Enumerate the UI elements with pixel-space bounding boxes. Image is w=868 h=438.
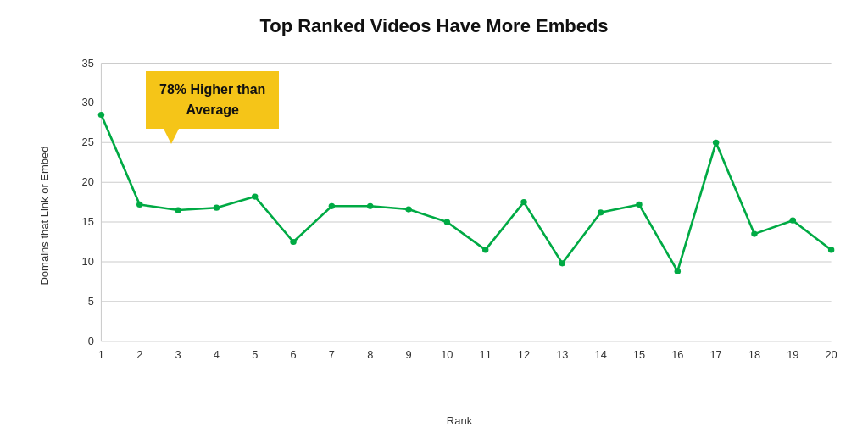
svg-text:3: 3 — [175, 349, 181, 361]
svg-text:19: 19 — [787, 349, 798, 361]
svg-point-47 — [444, 219, 450, 225]
svg-point-56 — [790, 218, 796, 224]
svg-text:12: 12 — [518, 349, 530, 361]
svg-point-51 — [598, 209, 604, 215]
svg-point-57 — [828, 247, 834, 252]
chart-title: Top Ranked Videos Have More Embeds — [259, 15, 608, 37]
svg-text:7: 7 — [329, 349, 335, 361]
svg-text:30: 30 — [82, 97, 94, 109]
svg-text:6: 6 — [290, 349, 296, 361]
svg-point-50 — [559, 260, 565, 266]
svg-point-44 — [329, 203, 335, 209]
svg-point-54 — [713, 140, 719, 146]
svg-text:10: 10 — [441, 349, 453, 361]
tooltip-box: 78% Higher thanAverage — [146, 71, 279, 129]
svg-point-38 — [98, 112, 104, 118]
svg-text:9: 9 — [405, 349, 411, 361]
svg-point-52 — [636, 202, 642, 208]
svg-text:14: 14 — [595, 349, 607, 361]
svg-text:16: 16 — [671, 349, 683, 361]
svg-point-53 — [675, 269, 681, 274]
svg-text:13: 13 — [556, 349, 568, 361]
svg-text:8: 8 — [367, 349, 373, 361]
svg-point-40 — [175, 207, 181, 213]
svg-point-49 — [520, 199, 526, 205]
svg-text:20: 20 — [82, 177, 94, 189]
chart-container: Top Ranked Videos Have More Embeds Domai… — [0, 0, 868, 438]
svg-point-41 — [214, 205, 220, 211]
tooltip-text: 78% Higher thanAverage — [159, 82, 265, 117]
svg-text:20: 20 — [825, 349, 837, 361]
svg-point-43 — [290, 239, 296, 245]
svg-point-48 — [482, 247, 488, 252]
svg-text:2: 2 — [136, 349, 142, 361]
svg-point-42 — [252, 193, 258, 199]
svg-point-39 — [136, 202, 142, 208]
svg-point-45 — [367, 203, 373, 209]
y-axis-label: Domains that Link or Embed — [38, 146, 51, 285]
svg-text:1: 1 — [98, 349, 104, 361]
svg-text:35: 35 — [82, 58, 94, 69]
svg-text:15: 15 — [82, 216, 94, 228]
svg-text:4: 4 — [214, 349, 220, 361]
svg-text:0: 0 — [88, 335, 94, 347]
svg-text:10: 10 — [82, 256, 94, 268]
svg-text:5: 5 — [252, 349, 258, 361]
svg-point-46 — [405, 206, 411, 212]
svg-point-55 — [751, 231, 757, 237]
svg-text:18: 18 — [748, 349, 760, 361]
svg-text:25: 25 — [82, 137, 94, 149]
svg-text:11: 11 — [480, 349, 492, 361]
svg-text:15: 15 — [633, 349, 645, 361]
svg-text:5: 5 — [88, 296, 94, 308]
svg-text:17: 17 — [709, 349, 721, 361]
